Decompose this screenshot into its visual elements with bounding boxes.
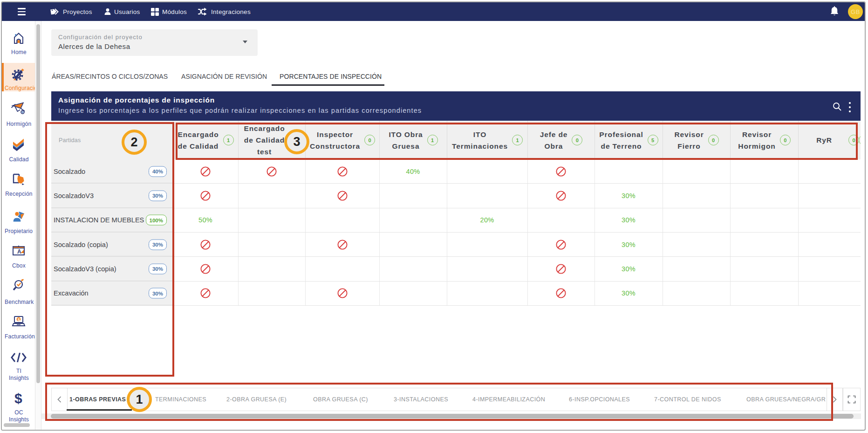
svg-text:$: $ (17, 317, 20, 322)
svg-text:A: A (17, 248, 21, 255)
svg-text:$: $ (14, 391, 22, 406)
